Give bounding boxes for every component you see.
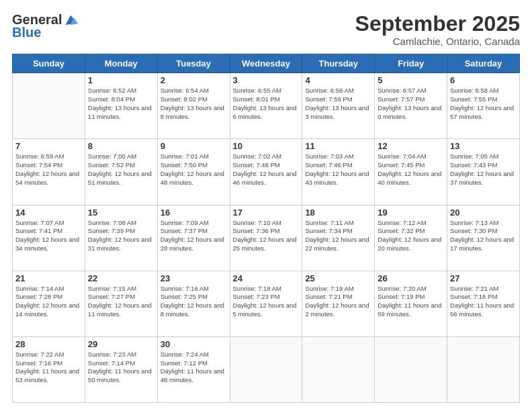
- calendar-table: SundayMondayTuesdayWednesdayThursdayFrid…: [12, 54, 520, 403]
- day-number: 30: [161, 339, 227, 349]
- day-number: 9: [161, 141, 227, 151]
- day-number: 2: [161, 75, 227, 85]
- day-content: Sunrise: 7:15 AM Sunset: 7:27 PM Dayligh…: [88, 285, 154, 319]
- calendar-cell: 30Sunrise: 7:24 AM Sunset: 7:12 PM Dayli…: [157, 336, 230, 402]
- day-number: 28: [15, 339, 82, 349]
- calendar-cell: [375, 336, 447, 402]
- day-content: Sunrise: 7:22 AM Sunset: 7:16 PM Dayligh…: [15, 351, 82, 385]
- calendar-cell: 6Sunrise: 6:58 AM Sunset: 7:55 PM Daylig…: [447, 73, 520, 139]
- calendar-cell: 27Sunrise: 7:21 AM Sunset: 7:18 PM Dayli…: [447, 271, 520, 336]
- calendar-cell: 25Sunrise: 7:19 AM Sunset: 7:21 PM Dayli…: [302, 271, 375, 336]
- header: General Blue September 2025 Camlachie, O…: [12, 12, 520, 47]
- day-number: 16: [161, 208, 227, 218]
- day-content: Sunrise: 7:01 AM Sunset: 7:50 PM Dayligh…: [161, 152, 227, 187]
- day-content: Sunrise: 7:16 AM Sunset: 7:25 PM Dayligh…: [161, 285, 227, 319]
- calendar-cell: [302, 336, 375, 402]
- day-number: 27: [450, 273, 517, 283]
- calendar-cell: 9Sunrise: 7:01 AM Sunset: 7:50 PM Daylig…: [157, 139, 230, 205]
- day-content: Sunrise: 7:00 AM Sunset: 7:52 PM Dayligh…: [88, 152, 154, 187]
- day-content: Sunrise: 7:07 AM Sunset: 7:41 PM Dayligh…: [15, 219, 82, 253]
- calendar-cell: 13Sunrise: 7:05 AM Sunset: 7:43 PM Dayli…: [447, 139, 520, 205]
- day-number: 3: [233, 75, 300, 85]
- weekday-header-wednesday: Wednesday: [230, 54, 302, 73]
- day-number: 6: [450, 75, 517, 85]
- calendar-cell: 7Sunrise: 6:59 AM Sunset: 7:54 PM Daylig…: [13, 139, 85, 205]
- day-number: 12: [378, 141, 444, 151]
- calendar-week-row: 7Sunrise: 6:59 AM Sunset: 7:54 PM Daylig…: [13, 139, 520, 205]
- calendar-cell: 2Sunrise: 6:54 AM Sunset: 8:02 PM Daylig…: [157, 73, 230, 139]
- calendar-week-row: 1Sunrise: 6:52 AM Sunset: 8:04 PM Daylig…: [13, 73, 520, 139]
- calendar-cell: 22Sunrise: 7:15 AM Sunset: 7:27 PM Dayli…: [85, 271, 157, 336]
- day-content: Sunrise: 7:20 AM Sunset: 7:19 PM Dayligh…: [378, 285, 444, 319]
- logo-icon: [63, 13, 78, 28]
- day-number: 7: [15, 141, 82, 151]
- calendar-week-row: 28Sunrise: 7:22 AM Sunset: 7:16 PM Dayli…: [13, 336, 520, 402]
- day-content: Sunrise: 7:14 AM Sunset: 7:28 PM Dayligh…: [15, 285, 82, 319]
- day-content: Sunrise: 7:11 AM Sunset: 7:34 PM Dayligh…: [305, 219, 371, 253]
- calendar-week-row: 21Sunrise: 7:14 AM Sunset: 7:28 PM Dayli…: [13, 271, 520, 336]
- day-number: 26: [378, 273, 444, 283]
- day-content: Sunrise: 7:13 AM Sunset: 7:30 PM Dayligh…: [450, 219, 517, 253]
- logo: General Blue: [12, 12, 78, 40]
- calendar-cell: [447, 336, 520, 402]
- day-number: 20: [450, 208, 517, 218]
- day-content: Sunrise: 7:10 AM Sunset: 7:36 PM Dayligh…: [233, 219, 300, 253]
- calendar-cell: [230, 336, 302, 402]
- day-content: Sunrise: 7:19 AM Sunset: 7:21 PM Dayligh…: [305, 285, 371, 319]
- day-number: 5: [378, 75, 444, 85]
- day-content: Sunrise: 6:58 AM Sunset: 7:55 PM Dayligh…: [450, 87, 517, 121]
- weekday-header-thursday: Thursday: [302, 54, 375, 73]
- day-content: Sunrise: 7:24 AM Sunset: 7:12 PM Dayligh…: [161, 351, 227, 385]
- logo-blue: Blue: [12, 25, 41, 40]
- calendar-cell: 5Sunrise: 6:57 AM Sunset: 7:57 PM Daylig…: [375, 73, 447, 139]
- day-number: 4: [305, 75, 371, 85]
- weekday-header-saturday: Saturday: [447, 54, 520, 73]
- day-number: 25: [305, 273, 371, 283]
- calendar-cell: 12Sunrise: 7:04 AM Sunset: 7:45 PM Dayli…: [375, 139, 447, 205]
- calendar-cell: 15Sunrise: 7:08 AM Sunset: 7:39 PM Dayli…: [85, 205, 157, 271]
- day-number: 17: [233, 208, 300, 218]
- calendar-cell: 8Sunrise: 7:00 AM Sunset: 7:52 PM Daylig…: [85, 139, 157, 205]
- calendar-cell: 26Sunrise: 7:20 AM Sunset: 7:19 PM Dayli…: [375, 271, 447, 336]
- calendar-cell: 4Sunrise: 6:56 AM Sunset: 7:59 PM Daylig…: [302, 73, 375, 139]
- calendar-cell: 20Sunrise: 7:13 AM Sunset: 7:30 PM Dayli…: [447, 205, 520, 271]
- day-number: 10: [233, 141, 300, 151]
- calendar-cell: 24Sunrise: 7:18 AM Sunset: 7:23 PM Dayli…: [230, 271, 302, 336]
- calendar-cell: 29Sunrise: 7:23 AM Sunset: 7:14 PM Dayli…: [85, 336, 157, 402]
- location-subtitle: Camlachie, Ontario, Canada: [355, 36, 520, 47]
- weekday-header-row: SundayMondayTuesdayWednesdayThursdayFrid…: [13, 54, 520, 73]
- day-number: 1: [88, 75, 154, 85]
- day-content: Sunrise: 6:59 AM Sunset: 7:54 PM Dayligh…: [15, 152, 82, 187]
- day-number: 15: [88, 208, 154, 218]
- month-title: September 2025: [355, 12, 520, 36]
- day-content: Sunrise: 6:57 AM Sunset: 7:57 PM Dayligh…: [378, 87, 444, 121]
- day-content: Sunrise: 7:09 AM Sunset: 7:37 PM Dayligh…: [161, 219, 227, 253]
- day-number: 22: [88, 273, 154, 283]
- weekday-header-monday: Monday: [85, 54, 157, 73]
- day-content: Sunrise: 6:52 AM Sunset: 8:04 PM Dayligh…: [88, 87, 154, 121]
- day-content: Sunrise: 7:18 AM Sunset: 7:23 PM Dayligh…: [233, 285, 300, 319]
- day-content: Sunrise: 6:54 AM Sunset: 8:02 PM Dayligh…: [161, 87, 227, 121]
- weekday-header-tuesday: Tuesday: [157, 54, 230, 73]
- day-number: 24: [233, 273, 300, 283]
- day-content: Sunrise: 7:02 AM Sunset: 7:48 PM Dayligh…: [233, 152, 300, 187]
- calendar-cell: [13, 73, 85, 139]
- day-number: 21: [15, 273, 82, 283]
- calendar-cell: 16Sunrise: 7:09 AM Sunset: 7:37 PM Dayli…: [157, 205, 230, 271]
- day-content: Sunrise: 7:21 AM Sunset: 7:18 PM Dayligh…: [450, 285, 517, 319]
- calendar-cell: 18Sunrise: 7:11 AM Sunset: 7:34 PM Dayli…: [302, 205, 375, 271]
- calendar-cell: 17Sunrise: 7:10 AM Sunset: 7:36 PM Dayli…: [230, 205, 302, 271]
- day-number: 29: [88, 339, 154, 349]
- day-content: Sunrise: 7:23 AM Sunset: 7:14 PM Dayligh…: [88, 351, 154, 385]
- day-content: Sunrise: 6:56 AM Sunset: 7:59 PM Dayligh…: [305, 87, 371, 121]
- weekday-header-sunday: Sunday: [13, 54, 85, 73]
- calendar-cell: 3Sunrise: 6:55 AM Sunset: 8:01 PM Daylig…: [230, 73, 302, 139]
- day-number: 13: [450, 141, 517, 151]
- day-number: 18: [305, 208, 371, 218]
- calendar-cell: 11Sunrise: 7:03 AM Sunset: 7:46 PM Dayli…: [302, 139, 375, 205]
- calendar-cell: 23Sunrise: 7:16 AM Sunset: 7:25 PM Dayli…: [157, 271, 230, 336]
- calendar-cell: 1Sunrise: 6:52 AM Sunset: 8:04 PM Daylig…: [85, 73, 157, 139]
- calendar-cell: 21Sunrise: 7:14 AM Sunset: 7:28 PM Dayli…: [13, 271, 85, 336]
- calendar-cell: 28Sunrise: 7:22 AM Sunset: 7:16 PM Dayli…: [13, 336, 85, 402]
- calendar-cell: 19Sunrise: 7:12 AM Sunset: 7:32 PM Dayli…: [375, 205, 447, 271]
